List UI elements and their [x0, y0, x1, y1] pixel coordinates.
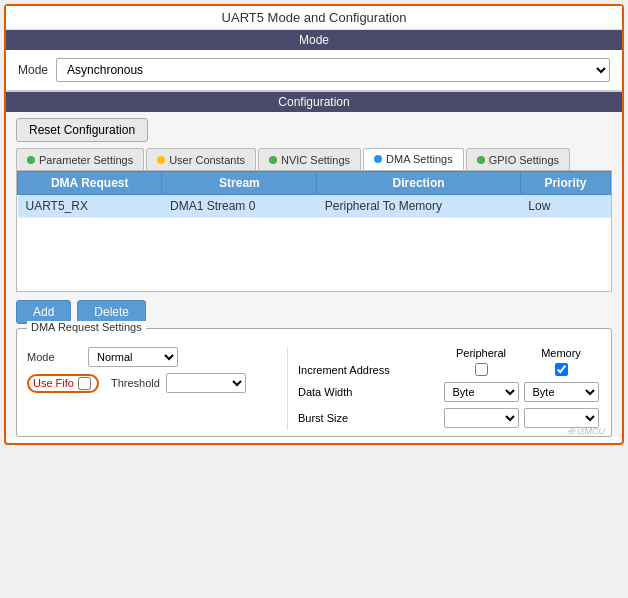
- memory-increment-checkbox[interactable]: [555, 363, 568, 376]
- mode-label: Mode: [18, 63, 48, 77]
- config-section: Configuration Reset Configuration Parame…: [6, 90, 622, 437]
- dma-request-settings: DMA Request Settings Mode Normal Circula…: [16, 328, 612, 437]
- tab-label-dma: DMA Settings: [386, 153, 453, 165]
- increment-address-label: Increment Address: [298, 364, 441, 376]
- use-fifo-checkbox[interactable]: [78, 377, 91, 390]
- watermark-text: 茶话MCU: [567, 425, 606, 438]
- settings-right: Peripheral Memory Increment Address: [287, 347, 601, 430]
- peripheral-data-width-select[interactable]: Byte Half Word Word: [444, 382, 519, 402]
- mode-row: Mode Asynchronous Synchronous Disabled: [6, 50, 622, 90]
- dma-table-area: DMA Request Stream Direction Priority UA…: [17, 171, 611, 291]
- mode-section-header: Mode: [6, 30, 622, 50]
- col-header-stream: Stream: [162, 172, 317, 195]
- cell-stream: DMA1 Stream 0: [162, 195, 317, 218]
- tab-parameter-settings[interactable]: Parameter Settings: [16, 148, 144, 170]
- tab-label-user: User Constants: [169, 154, 245, 166]
- mode-select[interactable]: Asynchronous Synchronous Disabled: [56, 58, 610, 82]
- col-header-dma-request: DMA Request: [18, 172, 162, 195]
- tab-gpio-settings[interactable]: GPIO Settings: [466, 148, 570, 170]
- tab-dot-dma: [374, 155, 382, 163]
- mode-field-label: Mode: [27, 351, 82, 363]
- tab-label-parameter: Parameter Settings: [39, 154, 133, 166]
- tab-content: DMA Request Stream Direction Priority UA…: [16, 170, 612, 292]
- config-section-header: Configuration: [6, 92, 622, 112]
- cell-dma-request: UART5_RX: [18, 195, 162, 218]
- tab-user-constants[interactable]: User Constants: [146, 148, 256, 170]
- tab-dot-nvic: [269, 156, 277, 164]
- peripheral-increment-checkbox[interactable]: [475, 363, 488, 376]
- use-fifo-label-outlined: Use Fifo: [27, 374, 99, 393]
- memory-col-header: Memory: [521, 347, 601, 359]
- table-row[interactable]: UART5_RX DMA1 Stream 0 Peripheral To Mem…: [18, 195, 611, 218]
- threshold-label: Threshold: [111, 377, 160, 389]
- tab-dot-gpio: [477, 156, 485, 164]
- mode-field-select[interactable]: Normal Circular: [88, 347, 178, 367]
- tab-label-nvic: NVIC Settings: [281, 154, 350, 166]
- burst-size-label: Burst Size: [298, 412, 441, 424]
- use-fifo-row: Use Fifo Threshold 1/4 1/2 3/4 Full: [27, 373, 277, 393]
- mode-field-row: Mode Normal Circular: [27, 347, 277, 367]
- tab-label-gpio: GPIO Settings: [489, 154, 559, 166]
- tabs-bar: Parameter Settings User Constants NVIC S…: [6, 148, 622, 170]
- tab-dot-user: [157, 156, 165, 164]
- cell-priority: Low: [520, 195, 610, 218]
- dma-settings-title: DMA Request Settings: [27, 321, 146, 333]
- col-header-priority: Priority: [520, 172, 610, 195]
- peripheral-col-header: Peripheral: [441, 347, 521, 359]
- tab-dma-settings[interactable]: DMA Settings: [363, 148, 464, 170]
- use-fifo-text: Use Fifo: [33, 377, 74, 389]
- tab-nvic-settings[interactable]: NVIC Settings: [258, 148, 361, 170]
- col-header-direction: Direction: [317, 172, 520, 195]
- reset-config-button[interactable]: Reset Configuration: [16, 118, 148, 142]
- memory-data-width-select[interactable]: Byte Half Word Word: [524, 382, 599, 402]
- tab-dot-parameter: [27, 156, 35, 164]
- peripheral-burst-select[interactable]: Single INCR4: [444, 408, 519, 428]
- threshold-select[interactable]: 1/4 1/2 3/4 Full: [166, 373, 246, 393]
- settings-left: Mode Normal Circular Use Fifo Threshold: [27, 347, 287, 430]
- data-width-label: Data Width: [298, 386, 441, 398]
- dma-table: DMA Request Stream Direction Priority UA…: [17, 171, 611, 218]
- cell-direction: Peripheral To Memory: [317, 195, 520, 218]
- page-title: UART5 Mode and Configuration: [6, 6, 622, 30]
